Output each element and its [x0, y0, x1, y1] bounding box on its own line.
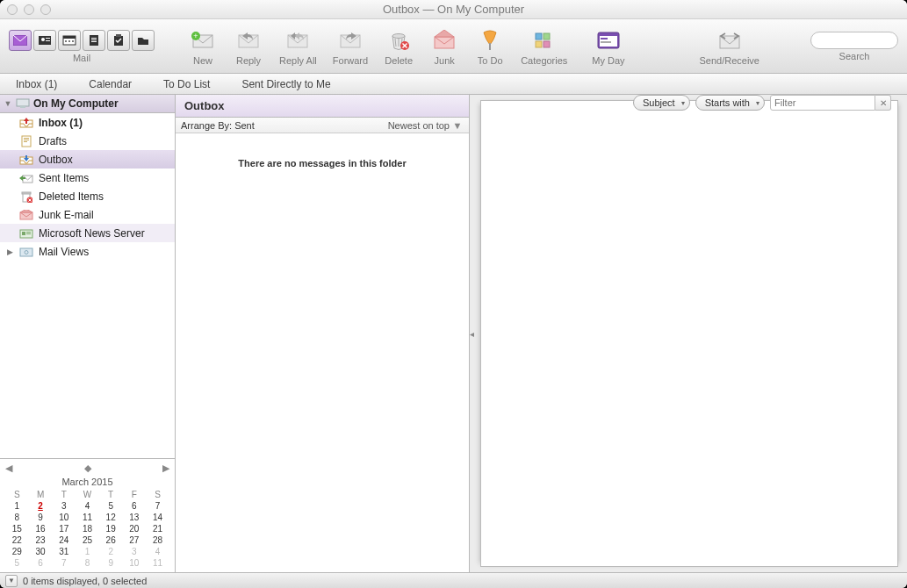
cal-day[interactable]: 8	[5, 512, 29, 523]
folder-root-label: On My Computer	[33, 97, 119, 110]
svg-marker-30	[435, 30, 454, 37]
cal-day[interactable]: 18	[76, 523, 99, 534]
contacts-mode-button[interactable]	[33, 30, 56, 51]
notes-mode-button[interactable]	[83, 30, 105, 51]
zoom-window-button[interactable]	[40, 4, 51, 15]
cal-day[interactable]: 14	[146, 512, 169, 523]
splitter-handle[interactable]: ◂	[470, 329, 474, 339]
cal-day[interactable]: 20	[123, 523, 147, 534]
cal-day[interactable]: 19	[99, 523, 123, 534]
cal-day[interactable]: 30	[29, 546, 53, 557]
cal-today-dot[interactable]: ◆	[84, 463, 91, 474]
cal-day[interactable]: 10	[52, 512, 76, 523]
myday-button[interactable]	[594, 27, 623, 54]
cal-day[interactable]: 4	[76, 500, 99, 512]
cal-day[interactable]: 1	[5, 500, 29, 512]
cal-day[interactable]: 9	[29, 512, 53, 523]
cal-day[interactable]: 6	[29, 557, 53, 569]
cal-day[interactable]: 15	[5, 523, 29, 534]
filter-clear-button[interactable]: ✕	[875, 95, 891, 111]
cal-day[interactable]: 17	[52, 523, 76, 534]
cal-day[interactable]: 29	[5, 546, 29, 557]
status-menu-button[interactable]: ▼	[5, 575, 18, 587]
cal-day[interactable]: 8	[76, 557, 99, 569]
statusbar: ▼ 0 items displayed, 0 selected	[0, 572, 907, 588]
cal-day[interactable]: 9	[99, 557, 123, 569]
folder-item[interactable]: Microsoft News Server	[0, 224, 175, 242]
cal-day[interactable]: 21	[146, 523, 169, 534]
folder-item[interactable]: Drafts	[0, 132, 175, 150]
view-tab-todolist[interactable]: To Do List	[163, 78, 210, 90]
cal-day[interactable]: 27	[123, 534, 147, 546]
filter-op-dropdown[interactable]: Starts with	[695, 95, 765, 111]
sendreceive-button[interactable]	[715, 27, 745, 54]
cal-day[interactable]: 13	[123, 512, 147, 523]
forward-button[interactable]	[335, 27, 365, 54]
cal-day[interactable]: 5	[5, 557, 29, 569]
cal-day[interactable]: 11	[146, 557, 169, 569]
cal-dow: M	[29, 489, 53, 500]
folder-item[interactable]: Inbox (1)	[0, 113, 175, 132]
cal-day[interactable]: 4	[146, 546, 169, 557]
cal-prev-button[interactable]: ◀	[5, 463, 12, 474]
minimize-window-button[interactable]	[24, 4, 34, 15]
cal-dow: F	[123, 489, 147, 500]
disclosure-triangle-icon[interactable]: ▶	[5, 247, 14, 256]
cal-day[interactable]: 26	[99, 534, 123, 546]
cal-day[interactable]: 25	[76, 534, 99, 546]
cal-day[interactable]: 2	[99, 546, 123, 557]
sort-order-label[interactable]: Newest on top	[388, 120, 450, 131]
disclosure-triangle-icon[interactable]: ▼	[4, 99, 12, 108]
folder-item[interactable]: Junk E-mail	[0, 205, 175, 224]
categories-button[interactable]	[529, 27, 559, 54]
cal-day[interactable]: 3	[52, 500, 76, 512]
delete-button[interactable]	[384, 27, 414, 54]
reply-all-button[interactable]	[283, 27, 313, 54]
filter-field-dropdown[interactable]: Subject	[633, 95, 690, 111]
reply-button[interactable]	[234, 27, 263, 54]
cal-day[interactable]: 28	[146, 534, 169, 546]
cal-day[interactable]: 11	[76, 512, 99, 523]
arrange-by-label[interactable]: Arrange By: Sent	[181, 120, 255, 131]
folder-item[interactable]: Sent Items	[0, 169, 175, 187]
svg-marker-56	[20, 210, 32, 212]
close-window-button[interactable]	[7, 4, 18, 15]
folder-root[interactable]: ▼ On My Computer	[0, 95, 175, 113]
sort-toggle-button[interactable]: ▼	[451, 120, 464, 131]
new-button[interactable]: +	[188, 27, 218, 54]
project-mode-button[interactable]	[132, 30, 155, 51]
mail-mode-button[interactable]	[9, 30, 32, 51]
folder-item[interactable]: Outbox	[0, 150, 175, 169]
cal-day[interactable]: 7	[52, 557, 76, 569]
view-tab-sent-directly[interactable]: Sent Directly to Me	[241, 78, 330, 90]
folder-item[interactable]: Deleted Items	[0, 187, 175, 205]
view-tab-calendar[interactable]: Calendar	[89, 78, 132, 90]
svg-rect-39	[601, 41, 611, 43]
cal-day[interactable]: 23	[29, 534, 53, 546]
cal-day[interactable]: 24	[52, 534, 76, 546]
cal-day[interactable]: 6	[123, 500, 147, 512]
view-tab-inbox[interactable]: Inbox (1)	[16, 78, 57, 90]
outbox-icon	[19, 154, 33, 166]
cal-day[interactable]: 16	[29, 523, 53, 534]
todo-button[interactable]	[475, 27, 505, 54]
cal-day[interactable]: 22	[5, 534, 29, 546]
tasks-mode-button[interactable]	[107, 30, 130, 51]
junk-button[interactable]	[429, 27, 459, 54]
filter-input[interactable]	[770, 95, 875, 111]
content-area: ▼ On My Computer Inbox (1)DraftsOutboxSe…	[0, 95, 907, 572]
cal-day[interactable]: 5	[99, 500, 123, 512]
cal-day[interactable]: 2	[29, 500, 53, 512]
cal-day[interactable]: 1	[76, 546, 99, 557]
cal-next-button[interactable]: ▶	[162, 463, 169, 474]
filter-bar: Subject Starts with ✕	[633, 95, 891, 111]
calendar-mode-button[interactable]	[58, 30, 81, 51]
cal-title: March 2015	[5, 477, 169, 487]
cal-day[interactable]: 10	[123, 557, 147, 569]
cal-day[interactable]: 31	[52, 546, 76, 557]
cal-day[interactable]: 12	[99, 512, 123, 523]
mail-views-item[interactable]: ▶ Mail Views	[0, 242, 175, 261]
cal-day[interactable]: 3	[123, 546, 147, 557]
search-input[interactable]	[810, 32, 898, 49]
cal-day[interactable]: 7	[146, 500, 169, 512]
